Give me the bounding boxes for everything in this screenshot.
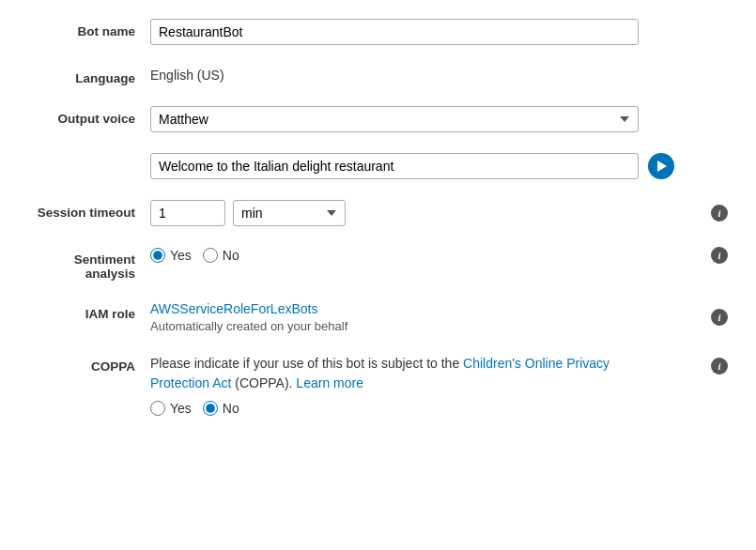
language-value: English (US) <box>150 66 224 83</box>
preview-input[interactable] <box>150 153 639 179</box>
output-voice-content: Matthew Joanna Kendra Kimberly Salli Joe… <box>150 106 728 132</box>
coppa-radio-group: Yes No <box>150 401 639 416</box>
session-unit-select-wrapper: min sec hr <box>233 200 346 226</box>
sentiment-yes-label: Yes <box>170 248 192 263</box>
session-timeout-content: min sec hr i <box>150 200 728 226</box>
iam-role-label: IAM role <box>28 301 150 321</box>
coppa-learn-more-link[interactable]: Learn more <box>296 375 363 390</box>
coppa-text-mid: (COPPA). <box>231 375 296 390</box>
play-button[interactable] <box>648 153 674 179</box>
iam-inner: AWSServiceRoleForLexBots Automatically c… <box>150 301 728 333</box>
svg-marker-0 <box>657 160 667 172</box>
session-timeout-info-icon[interactable]: i <box>711 205 728 222</box>
sentiment-inner: Yes No i <box>150 247 728 264</box>
iam-role-content: AWSServiceRoleForLexBots Automatically c… <box>150 301 728 333</box>
session-timeout-input[interactable] <box>150 200 225 226</box>
sentiment-yes-option[interactable]: Yes <box>150 248 192 263</box>
coppa-content: Please indicate if your use of this bot … <box>150 354 728 416</box>
coppa-info-icon[interactable]: i <box>711 358 728 374</box>
session-timeout-inner: min sec hr i <box>150 200 728 226</box>
coppa-text-block: Please indicate if your use of this bot … <box>150 354 639 393</box>
preview-row <box>150 153 728 179</box>
language-content: English (US) <box>150 66 728 83</box>
output-voice-select[interactable]: Matthew Joanna Kendra Kimberly Salli Joe… <box>150 106 639 132</box>
iam-info-icon[interactable]: i <box>711 309 728 326</box>
session-timeout-row: Session timeout min sec hr i <box>28 200 728 226</box>
sentiment-no-option[interactable]: No <box>203 248 239 263</box>
sentiment-info-icon[interactable]: i <box>711 247 728 264</box>
coppa-no-radio[interactable] <box>203 401 218 416</box>
bot-name-content <box>150 19 728 45</box>
session-unit-select[interactable]: min sec hr <box>233 200 346 226</box>
coppa-yes-radio[interactable] <box>150 401 165 416</box>
sentiment-radio-group: Yes No <box>150 248 239 263</box>
coppa-row: COPPA Please indicate if your use of thi… <box>28 354 728 416</box>
sentiment-analysis-content: Yes No i <box>150 247 728 264</box>
bot-name-label: Bot name <box>28 19 150 38</box>
sentiment-yes-radio[interactable] <box>150 248 165 263</box>
output-voice-label: Output voice <box>28 106 150 126</box>
iam-col: AWSServiceRoleForLexBots Automatically c… <box>150 301 347 333</box>
coppa-no-label: No <box>223 401 239 416</box>
language-row: Language English (US) <box>28 66 728 85</box>
coppa-no-option[interactable]: No <box>203 401 239 416</box>
coppa-text-before: Please indicate if your use of this bot … <box>150 356 463 371</box>
output-voice-select-wrapper: Matthew Joanna Kendra Kimberly Salli Joe… <box>150 106 639 132</box>
coppa-col: Please indicate if your use of this bot … <box>150 354 639 416</box>
output-voice-row: Output voice Matthew Joanna Kendra Kimbe… <box>28 106 728 132</box>
iam-role-row: IAM role AWSServiceRoleForLexBots Automa… <box>28 301 728 333</box>
iam-role-link[interactable]: AWSServiceRoleForLexBots <box>150 301 347 316</box>
session-timeout-label: Session timeout <box>28 200 150 220</box>
sentiment-no-label: No <box>223 248 239 263</box>
coppa-yes-option[interactable]: Yes <box>150 401 192 416</box>
coppa-inner: Please indicate if your use of this bot … <box>150 354 728 416</box>
bot-name-input[interactable] <box>150 19 639 45</box>
iam-role-desc: Automatically created on your behalf <box>150 319 347 333</box>
coppa-yes-label: Yes <box>170 401 192 416</box>
play-icon <box>657 160 667 172</box>
bot-name-row: Bot name <box>28 19 728 45</box>
sentiment-analysis-row: Sentiment analysis Yes No i <box>28 247 728 281</box>
sentiment-analysis-label: Sentiment analysis <box>28 247 150 281</box>
language-label: Language <box>28 66 150 85</box>
sentiment-no-radio[interactable] <box>203 248 218 263</box>
coppa-label: COPPA <box>28 354 150 374</box>
